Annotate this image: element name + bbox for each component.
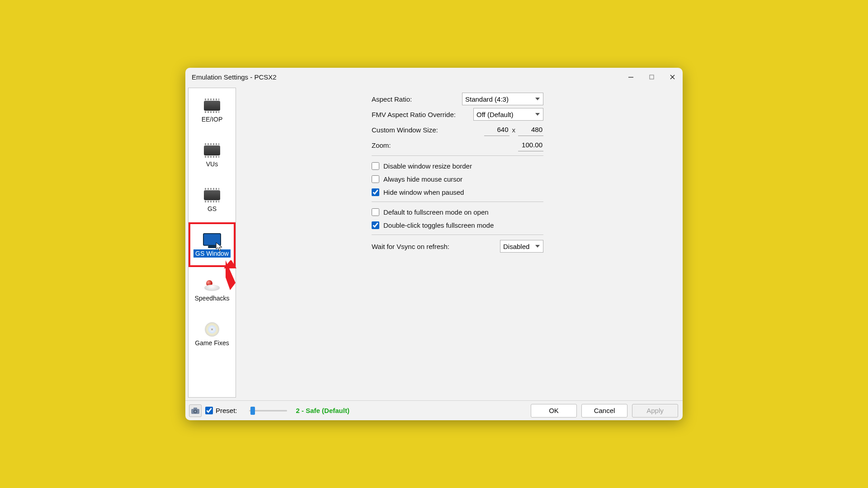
sidebar-item-game-fixes[interactable]: Game Fixes bbox=[189, 312, 236, 357]
preset-value-label: 2 - Safe (Default) bbox=[296, 407, 349, 414]
sidebar-item-label: EE/IOP bbox=[202, 116, 223, 123]
titlebar-buttons bbox=[620, 68, 683, 86]
zoom-input[interactable] bbox=[518, 139, 543, 151]
preset-checkbox[interactable] bbox=[205, 407, 213, 414]
hide-paused-label: Hide window when paused bbox=[383, 188, 464, 196]
zoom-label: Zoom: bbox=[372, 141, 391, 149]
aspect-ratio-select[interactable]: Standard (4:3) bbox=[462, 93, 543, 105]
disable-resize-label: Disable window resize border bbox=[383, 162, 472, 170]
vsync-row: Wait for Vsync on refresh: Disabled bbox=[372, 239, 543, 254]
close-icon bbox=[670, 74, 675, 80]
hide-cursor-check-row[interactable]: Always hide mouse cursor bbox=[372, 173, 543, 186]
maximize-icon bbox=[649, 74, 655, 80]
chip-icon bbox=[204, 101, 220, 111]
zoom-row: Zoom: bbox=[372, 137, 543, 153]
fmv-override-row: FMV Aspect Ratio Override: Off (Default) bbox=[372, 107, 543, 122]
disc-icon bbox=[205, 322, 219, 337]
footer-buttons: OK Cancel Apply bbox=[531, 404, 678, 418]
default-fullscreen-checkbox[interactable] bbox=[372, 208, 379, 216]
svg-rect-5 bbox=[193, 408, 197, 409]
minimize-icon bbox=[628, 74, 634, 80]
footer: Preset: 2 - Safe (Default) OK Cancel App… bbox=[185, 400, 683, 420]
close-button[interactable] bbox=[662, 68, 683, 86]
sidebar-item-speedhacks[interactable]: Speedhacks bbox=[189, 267, 236, 312]
monitor-icon bbox=[203, 233, 221, 246]
restore-defaults-button[interactable] bbox=[189, 404, 202, 417]
dblclick-fullscreen-checkbox[interactable] bbox=[372, 221, 379, 229]
chip-icon bbox=[204, 145, 220, 155]
hide-paused-check-row[interactable]: Hide window when paused bbox=[372, 186, 543, 199]
ok-button[interactable]: OK bbox=[531, 404, 577, 418]
svg-point-4 bbox=[194, 410, 196, 412]
hide-paused-checkbox[interactable] bbox=[372, 188, 379, 196]
camera-icon bbox=[191, 407, 200, 414]
divider bbox=[372, 202, 543, 202]
content-panel: Aspect Ratio: Standard (4:3) FMV Aspect … bbox=[236, 86, 683, 400]
titlebar: Emulation Settings - PCSX2 bbox=[185, 68, 683, 86]
vsync-label: Wait for Vsync on refresh: bbox=[372, 243, 449, 250]
aspect-ratio-label: Aspect Ratio: bbox=[372, 95, 412, 103]
dblclick-fullscreen-check-row[interactable]: Double-click toggles fullscreen mode bbox=[372, 219, 543, 232]
sidebar-item-label: Speedhacks bbox=[194, 295, 229, 302]
custom-window-size-row: Custom Window Size: x bbox=[372, 122, 543, 137]
fmv-override-select[interactable]: Off (Default) bbox=[473, 108, 543, 121]
default-fullscreen-label: Default to fullscreen mode on open bbox=[383, 208, 489, 216]
sidebar-item-gs-window[interactable]: GS Window bbox=[189, 222, 236, 267]
dblclick-fullscreen-label: Double-click toggles fullscreen mode bbox=[383, 221, 494, 229]
svg-rect-1 bbox=[650, 75, 654, 79]
apply-button[interactable]: Apply bbox=[632, 404, 678, 418]
preset-label: Preset: bbox=[216, 407, 237, 414]
body-area: EE/IOP VUs GS GS Window bbox=[185, 86, 683, 400]
sidebar-item-label: GS bbox=[208, 205, 217, 212]
hide-cursor-checkbox[interactable] bbox=[372, 175, 379, 183]
sidebar-item-vus[interactable]: VUs bbox=[189, 133, 236, 178]
window-height-input[interactable] bbox=[518, 123, 543, 136]
size-times-label: x bbox=[512, 126, 516, 134]
speedhacks-icon bbox=[204, 279, 220, 290]
sidebar-item-label: Game Fixes bbox=[195, 339, 229, 347]
window-width-input[interactable] bbox=[484, 123, 509, 136]
vsync-select[interactable]: Disabled bbox=[500, 240, 543, 253]
preset-slider[interactable] bbox=[249, 406, 287, 415]
minimize-button[interactable] bbox=[620, 68, 641, 86]
sidebar-item-ee-iop[interactable]: EE/IOP bbox=[189, 88, 236, 133]
divider bbox=[372, 235, 543, 235]
cancel-button[interactable]: Cancel bbox=[581, 404, 627, 418]
slider-thumb[interactable] bbox=[250, 407, 255, 415]
disable-resize-check-row[interactable]: Disable window resize border bbox=[372, 160, 543, 173]
sidebar-item-gs[interactable]: GS bbox=[189, 178, 236, 222]
divider bbox=[372, 155, 543, 156]
sidebar-item-label: GS Window bbox=[193, 249, 231, 258]
fmv-override-label: FMV Aspect Ratio Override: bbox=[372, 111, 456, 118]
disable-resize-checkbox[interactable] bbox=[372, 162, 379, 170]
preset-check-row[interactable]: Preset: bbox=[205, 407, 237, 414]
sidebar-item-label: VUs bbox=[206, 160, 218, 168]
custom-window-size-label: Custom Window Size: bbox=[372, 126, 438, 134]
hide-cursor-label: Always hide mouse cursor bbox=[383, 175, 462, 183]
default-fullscreen-check-row[interactable]: Default to fullscreen mode on open bbox=[372, 206, 543, 219]
sidebar: EE/IOP VUs GS GS Window bbox=[188, 88, 236, 398]
chip-icon bbox=[204, 190, 220, 200]
settings-window: Emulation Settings - PCSX2 EE/IOP VUs bbox=[185, 68, 683, 420]
maximize-button[interactable] bbox=[641, 68, 662, 86]
aspect-ratio-row: Aspect Ratio: Standard (4:3) bbox=[372, 91, 543, 107]
window-title: Emulation Settings - PCSX2 bbox=[192, 73, 277, 81]
